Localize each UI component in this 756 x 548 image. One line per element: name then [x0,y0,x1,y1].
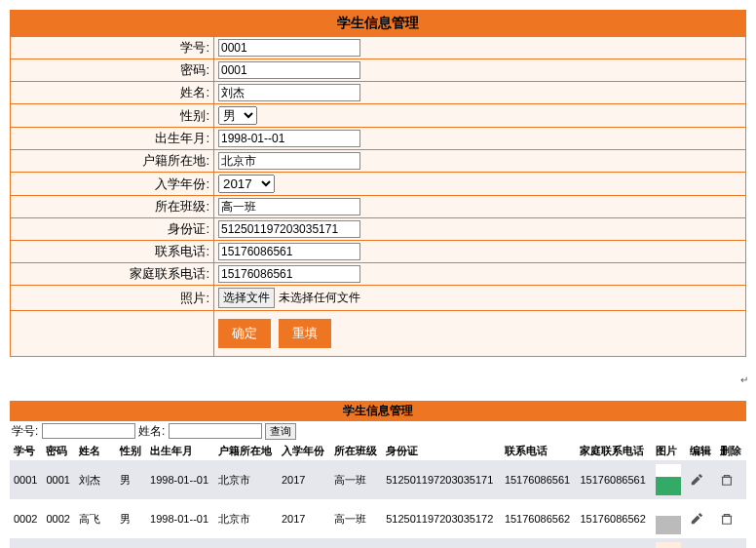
label-password: 密码: [11,59,214,82]
column-header: 密码 [42,442,74,460]
table-cell: 刘杰 [75,460,116,499]
input-family-phone[interactable] [218,265,360,283]
label-name: 姓名: [11,82,214,104]
file-status: 未选择任何文件 [279,291,360,304]
column-header: 图片 [652,442,686,460]
table-cell: 15176086562 [576,499,652,538]
caret-mark: ↵ [740,374,756,385]
table-row: 00010001刘杰男1998-01--01北京市2017高一班51250119… [10,460,746,499]
input-hometown[interactable] [218,152,360,170]
table-cell: 512501197203035171 [382,460,501,499]
avatar [656,464,681,495]
delete-icon[interactable] [720,512,734,526]
avatar [656,503,681,534]
table-cell: 0002 [42,499,74,538]
search-label-name: 姓名: [138,424,165,438]
table-cell: 2017 [278,460,330,499]
label-class: 所在班级: [11,196,214,218]
table-cell: 高一班 [330,499,383,538]
search-bar: 学号: 姓名: 查询 [10,421,746,442]
column-header: 删除 [716,442,746,460]
input-password[interactable] [218,61,360,79]
input-name[interactable] [218,84,360,101]
input-birth[interactable] [218,130,360,147]
reset-button[interactable]: 重填 [279,319,331,348]
table-cell: 1998-01--01 [146,538,214,548]
table-cell: 北京市 [214,538,278,548]
table-cell: 北京市 [214,499,278,538]
search-input-id[interactable] [42,423,135,439]
select-enroll-year[interactable]: 2017 [218,175,275,193]
column-header: 学号 [10,442,42,460]
input-phone[interactable] [218,243,360,260]
submit-button[interactable]: 确定 [218,319,271,348]
label-student-id: 学号: [11,37,214,59]
label-photo: 照片: [11,286,214,311]
form-title: 学生信息管理 [11,11,746,37]
table-cell: 0003 [10,538,42,548]
search-input-name[interactable] [169,423,262,439]
column-header: 联系电话 [501,442,577,460]
table-cell: 512501197203035172 [382,538,501,548]
table-cell: 男 [116,499,146,538]
column-header: 入学年份 [278,442,330,460]
label-family-phone: 家庭联系电话: [11,263,214,286]
student-form: 学生信息管理 学号: 密码: 姓名: 性别:男 出生年月: 户籍所在地: 入学年… [10,10,746,357]
label-phone: 联系电话: [11,241,214,263]
delete-icon[interactable] [720,473,734,487]
table-cell: 0003 [42,538,74,548]
table-cell: 2017 [278,538,330,548]
table-cell: 高一班 [330,460,383,499]
list-title: 学生信息管理 [10,401,746,421]
column-header: 所在班级 [330,442,383,460]
table-row: 00030003张夏晗女1998-01--01北京市2017高一班5125011… [10,538,746,548]
table-cell: 高飞 [75,499,116,538]
select-gender[interactable]: 男 [218,106,257,125]
column-header: 编辑 [686,442,716,460]
table-cell: 15176086561 [576,460,652,499]
column-header: 性别 [116,442,146,460]
input-idcard[interactable] [218,220,360,238]
search-label-id: 学号: [12,424,38,438]
table-cell: 北京市 [214,460,278,499]
label-hometown: 户籍所在地: [11,150,214,173]
avatar [656,542,681,548]
column-header: 身份证 [382,442,501,460]
table-cell: 0002 [10,499,42,538]
table-cell: 15176086562 [501,499,577,538]
column-header: 姓名 [75,442,116,460]
column-header: 家庭联系电话 [576,442,652,460]
input-class[interactable] [218,198,360,215]
edit-icon[interactable] [690,512,703,526]
table-cell: 1998-01--01 [146,499,214,538]
student-list-table: 学号密码姓名性别出生年月户籍所在地入学年份所在班级身份证联系电话家庭联系电话图片… [10,442,746,548]
label-idcard: 身份证: [11,218,214,241]
table-cell: 15176086563 [501,538,577,548]
column-header: 户籍所在地 [214,442,278,460]
table-cell: 高一班 [330,538,383,548]
label-enroll-year: 入学年份: [11,173,214,196]
table-cell: 15176086561 [501,460,577,499]
column-header: 出生年月 [146,442,214,460]
table-row: 00020002高飞男1998-01--01北京市2017高一班51250119… [10,499,746,538]
table-cell: 0001 [42,460,74,499]
table-cell: 15176086563 [576,538,652,548]
table-cell: 张夏晗 [75,538,116,548]
file-select-button[interactable]: 选择文件 [218,288,275,308]
input-student-id[interactable] [218,39,360,57]
edit-icon[interactable] [690,473,703,487]
table-cell: 2017 [278,499,330,538]
table-cell: 女 [116,538,146,548]
table-cell: 男 [116,460,146,499]
label-birth: 出生年月: [11,128,214,150]
table-cell: 1998-01--01 [146,460,214,499]
label-gender: 性别: [11,104,214,128]
table-cell: 0001 [10,460,42,499]
table-cell: 512501197203035172 [382,499,501,538]
search-button[interactable]: 查询 [265,423,296,440]
